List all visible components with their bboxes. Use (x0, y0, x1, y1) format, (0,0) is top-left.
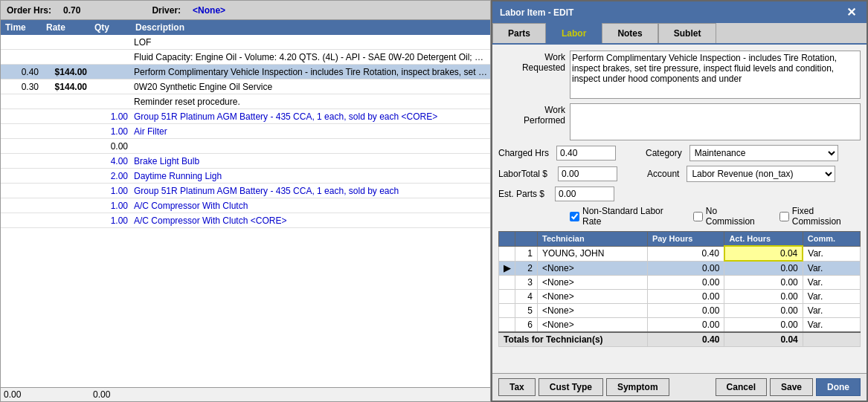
table-row[interactable]: 1.00 Group 51R Platinum AGM Battery - 43… (1, 184, 490, 198)
work-requested-row: WorkRequested (498, 51, 861, 99)
row-num: 5 (515, 304, 538, 318)
th-comm: Comm. (803, 232, 860, 247)
table-row[interactable]: Reminder reset procedure. (1, 94, 490, 109)
cell-rate (42, 146, 90, 147)
table-row[interactable]: Fluid Capacity: Engine Oil - Volume: 4.2… (1, 50, 490, 65)
labor-total-input[interactable] (558, 166, 617, 181)
row-act[interactable]: 0.00 (724, 318, 803, 333)
row-indicator: ▶ (499, 261, 515, 276)
cancel-button[interactable]: Cancel (716, 378, 767, 396)
charged-category-row: Charged Hrs Category Maintenance (498, 145, 861, 161)
cell-time (1, 175, 42, 177)
table-row[interactable]: 0.40 $144.00 Perform Complimentary Vehic… (1, 65, 490, 80)
row-pay: 0.00 (647, 290, 724, 304)
tax-button[interactable]: Tax (498, 378, 536, 396)
totals-row: Totals for Technician(s) 0.40 0.04 (499, 332, 861, 347)
tech-row[interactable]: ▶ 2 <None> 0.00 0.00 Var. (499, 261, 861, 276)
done-button[interactable]: Done (816, 378, 861, 396)
cell-desc: 0W20 Synthetic Engine Oil Service (131, 81, 490, 93)
cell-qty: 0.00 (90, 140, 131, 152)
cell-rate (42, 131, 90, 132)
order-hrs-label: Order Hrs: (7, 5, 51, 16)
row-indicator (499, 318, 515, 333)
tech-row[interactable]: 4 <None> 0.00 0.00 Var. (499, 290, 861, 304)
cell-desc: Air Filter (131, 126, 490, 137)
row-act[interactable]: 0.00 (724, 304, 803, 318)
row-act[interactable]: 0.04 (724, 246, 803, 261)
save-button[interactable]: Save (770, 378, 813, 396)
cell-rate (42, 190, 90, 192)
tech-row[interactable]: 1 YOUNG, JOHN 0.40 0.04 Var. (499, 246, 861, 261)
work-requested-label: WorkRequested (498, 51, 565, 73)
cell-qty (90, 56, 131, 58)
tab-notes[interactable]: Notes (602, 23, 658, 43)
tab-sublet[interactable]: Sublet (658, 23, 717, 43)
table-row[interactable]: 1.00 Air Filter (1, 124, 490, 139)
th-indicator (499, 232, 515, 247)
charged-hrs-input[interactable] (556, 146, 616, 161)
tab-parts[interactable]: Parts (492, 23, 546, 43)
row-num: 1 (515, 246, 538, 261)
table-row[interactable]: 1.00 A/C Compressor With Clutch <CORE> (1, 213, 490, 228)
row-indicator (499, 246, 515, 261)
tech-row[interactable]: 5 <None> 0.00 0.00 Var. (499, 304, 861, 318)
non-standard-label[interactable]: Non-Standard Labor Rate (570, 206, 678, 227)
table-row[interactable]: LOF (1, 35, 490, 50)
table-row[interactable]: 0.00 (1, 139, 490, 154)
cell-desc: Group 51R Platinum AGM Battery - 435 CCA… (131, 111, 490, 123)
work-performed-input[interactable] (570, 103, 861, 140)
row-num: 4 (515, 290, 538, 304)
labor-item-dialog: Labor Item - EDIT ✕ Parts Labor Notes Su… (491, 0, 868, 402)
cell-time (1, 42, 42, 43)
charged-hrs-label: Charged Hrs (498, 148, 549, 158)
tech-row[interactable]: 6 <None> 0.00 0.00 Var. (499, 318, 861, 333)
cust-type-button[interactable]: Cust Type (539, 378, 603, 396)
symptom-button[interactable]: Symptom (606, 378, 669, 396)
cell-desc: Daytime Running Ligh (131, 170, 490, 182)
row-comm: Var. (803, 304, 860, 318)
cell-time (1, 220, 42, 221)
tab-labor[interactable]: Labor (546, 23, 602, 43)
est-parts-input[interactable] (555, 187, 614, 201)
cell-time (1, 146, 42, 147)
no-commission-label[interactable]: No Commission (693, 206, 765, 227)
cell-qty (90, 71, 131, 73)
table-row[interactable]: 0.30 $144.00 0W20 Synthetic Engine Oil S… (1, 80, 490, 94)
table-row[interactable]: 1.00 A/C Compressor With Clutch (1, 198, 490, 213)
row-act[interactable]: 0.00 (724, 261, 803, 276)
cell-desc: A/C Compressor With Clutch <CORE> (131, 215, 490, 227)
tech-row[interactable]: 3 <None> 0.00 0.00 Var. (499, 276, 861, 290)
row-tech: <None> (538, 304, 648, 318)
col-desc: Description (134, 22, 487, 33)
cell-time: 0.30 (1, 81, 42, 93)
row-act[interactable]: 0.00 (724, 290, 803, 304)
close-button[interactable]: ✕ (843, 5, 859, 19)
row-pay: 0.40 (647, 246, 724, 261)
account-select[interactable]: Labor Revenue (non_tax) (687, 166, 835, 182)
table-row[interactable]: 1.00 Group 51R Platinum AGM Battery - 43… (1, 109, 490, 124)
row-act[interactable]: 0.00 (724, 276, 803, 290)
fixed-commission-label[interactable]: Fixed Commission (779, 206, 861, 227)
th-technician: Technician (538, 232, 648, 247)
cell-rate (42, 175, 90, 177)
cell-qty: 4.00 (90, 155, 131, 167)
cell-qty: 1.00 (90, 126, 131, 137)
non-standard-checkbox[interactable] (570, 212, 579, 221)
table-row[interactable]: 4.00 Brake Light Bulb (1, 154, 490, 169)
fixed-commission-checkbox[interactable] (779, 212, 789, 221)
dialog-title-bar: Labor Item - EDIT ✕ (492, 1, 867, 23)
driver-label: Driver: (152, 5, 181, 16)
cell-rate: $144.00 (42, 81, 90, 93)
bottom-desc (134, 389, 487, 400)
no-commission-checkbox[interactable] (693, 212, 703, 221)
work-requested-input[interactable] (570, 51, 861, 99)
cell-desc (131, 146, 490, 147)
cell-rate (42, 101, 90, 103)
table-row[interactable]: 2.00 Daytime Running Ligh (1, 169, 490, 184)
cell-desc: Reminder reset procedure. (131, 96, 490, 108)
labor-account-row: LaborTotal $ Account Labor Revenue (non_… (498, 166, 861, 182)
category-select[interactable]: Maintenance (689, 145, 838, 161)
order-panel: Order Hrs: 0.70 Driver: <None> Time Rate… (0, 0, 491, 402)
est-parts-row: Est. Parts $ (498, 187, 861, 201)
cell-time (1, 161, 42, 162)
